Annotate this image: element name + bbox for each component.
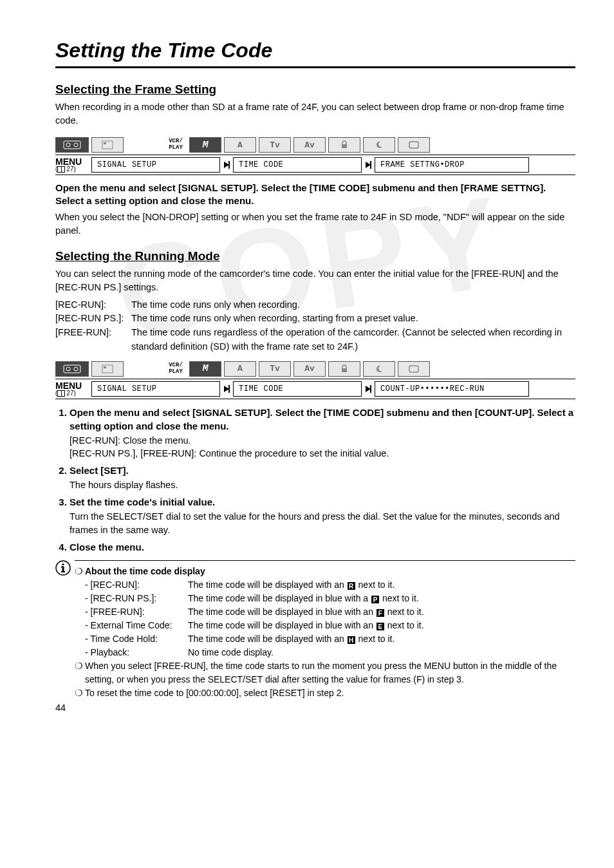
mode-night-icon (363, 361, 395, 377)
section2-heading: Selecting the Running Mode (55, 249, 575, 263)
step-2: Select [SET].The hours display flashes. (70, 464, 575, 491)
svg-rect-15 (409, 366, 418, 372)
info-term: - External Time Code: (85, 619, 188, 632)
menu-count-up: COUNT-UP••••••REC-RUN (375, 381, 529, 397)
svg-rect-22 (61, 571, 65, 572)
info-block: ❍About the time code display - [REC-RUN]… (55, 560, 575, 700)
mode-av-icon: Av (293, 137, 326, 153)
glyph-h-icon: H (348, 636, 355, 644)
mode-a-icon: A (224, 137, 256, 153)
section1-intro: When recording in a mode other than SD a… (55, 100, 575, 127)
info-desc: The time code will be displayed in blue … (188, 605, 424, 619)
info-desc: No time code display. (188, 646, 274, 659)
section1-para: When you select the [NON-DROP] setting o… (55, 211, 575, 238)
mode-tv-icon: Tv (259, 137, 291, 153)
bullet-icon: ❍ (75, 686, 85, 699)
section1-mode-row: VCR/PLAY M A Tv Av (55, 137, 575, 153)
svg-rect-13 (104, 366, 106, 368)
info-term: - [REC-RUN PS.]: (85, 592, 188, 605)
info-note3: To reset the time code to [00:00:00:00],… (85, 686, 575, 699)
book-icon (57, 390, 65, 397)
mode-night-icon (363, 137, 395, 153)
svg-point-11 (74, 367, 78, 371)
def-term: [REC-RUN]: (55, 298, 131, 312)
glyph-r-icon: R (348, 582, 355, 590)
def-term: [REC-RUN PS.]: (55, 312, 131, 326)
svg-point-1 (66, 143, 70, 147)
def-desc: The time code runs only when recording, … (131, 312, 575, 326)
svg-rect-4 (104, 142, 106, 144)
arrow-icon (362, 155, 375, 175)
card-icon (91, 137, 124, 153)
svg-rect-6 (409, 142, 418, 148)
step-3: Set the time code's initial value.Turn t… (70, 495, 575, 536)
tape-icon (55, 137, 89, 153)
svg-point-10 (66, 367, 70, 371)
info-desc: The time code will be displayed in blue … (188, 592, 419, 605)
mode-m-icon: M (189, 361, 221, 377)
svg-rect-14 (342, 368, 347, 372)
menu-label: MENU (27) (55, 379, 91, 399)
info-term: - Playback: (85, 646, 188, 659)
glyph-f-icon: F (377, 609, 384, 617)
mode-a-icon: A (224, 361, 256, 377)
bullet-icon: ❍ (75, 659, 85, 686)
menu-frame-settng: FRAME SETTNG•DROP (375, 157, 529, 173)
section2-mode-row: VCR/PLAY M A Tv Av (55, 361, 575, 377)
card-icon (91, 361, 124, 377)
section2-defs: [REC-RUN]:The time code runs only when r… (55, 298, 575, 354)
steps-list: Open the menu and select [SIGNAL SETUP].… (55, 406, 575, 554)
svg-rect-16 (228, 385, 230, 393)
mode-m-icon: M (189, 137, 221, 153)
arrow-icon (220, 155, 233, 175)
svg-rect-12 (102, 365, 113, 373)
menu-label: MENU (27) (55, 155, 91, 175)
bullet-icon: ❍ (75, 565, 85, 578)
svg-point-2 (74, 143, 78, 147)
info-sublist: - [REC-RUN]:The time code will be displa… (75, 578, 575, 659)
mode-lock-icon (328, 137, 360, 153)
info-heading: About the time code display (85, 566, 205, 576)
mode-av-icon: Av (293, 361, 326, 377)
page-number: 44 (55, 703, 66, 713)
mode-box-icon (398, 137, 430, 153)
info-desc: The time code will be displayed with an … (188, 632, 395, 646)
info-desc: The time code will be displayed in blue … (188, 619, 424, 632)
section1-menu-row: MENU (27) SIGNAL SETUP TIME CODE FRAME S… (55, 155, 575, 175)
svg-rect-3 (102, 141, 113, 149)
page-title: Setting the Time Code (55, 39, 575, 68)
def-term: [FREE-RUN]: (55, 326, 131, 354)
book-icon (57, 166, 65, 173)
glyph-p-icon: P (371, 596, 379, 603)
section2-menu-row: MENU (27) SIGNAL SETUP TIME CODE COUNT-U… (55, 379, 575, 399)
menu-time-code: TIME CODE (233, 381, 362, 397)
menu-time-code: TIME CODE (233, 157, 362, 173)
section2-intro: You can select the running mode of the c… (55, 267, 575, 294)
def-desc: The time code runs only when recording. (131, 298, 575, 312)
step-1: Open the menu and select [SIGNAL SETUP].… (70, 406, 575, 460)
section1-instruction: Open the menu and select [SIGNAL SETUP].… (55, 182, 575, 208)
step-4: Close the menu. (70, 540, 575, 554)
mode-box-icon (398, 361, 430, 377)
def-desc: The time code runs regardless of the ope… (131, 326, 575, 354)
info-term: - Time Code Hold: (85, 632, 188, 646)
info-icon (55, 560, 75, 700)
info-term: - [FREE-RUN]: (85, 605, 188, 619)
mode-lock-icon (328, 361, 360, 377)
info-desc: The time code will be displayed with an … (188, 578, 395, 592)
vcr-play-label: VCR/PLAY (165, 361, 187, 377)
tape-icon (55, 361, 89, 377)
info-term: - [REC-RUN]: (85, 578, 188, 592)
arrow-icon (220, 379, 233, 399)
mode-tv-icon: Tv (259, 361, 291, 377)
vcr-play-label: VCR/PLAY (165, 137, 187, 153)
section1-heading: Selecting the Frame Setting (55, 82, 575, 97)
svg-point-19 (62, 563, 64, 565)
svg-rect-17 (370, 385, 371, 393)
svg-rect-7 (228, 161, 230, 169)
menu-signal-setup: SIGNAL SETUP (91, 381, 220, 397)
menu-signal-setup: SIGNAL SETUP (91, 157, 220, 173)
arrow-icon (362, 379, 375, 399)
svg-rect-5 (342, 144, 347, 148)
info-note2: When you select [FREE-RUN], the time cod… (85, 659, 575, 686)
